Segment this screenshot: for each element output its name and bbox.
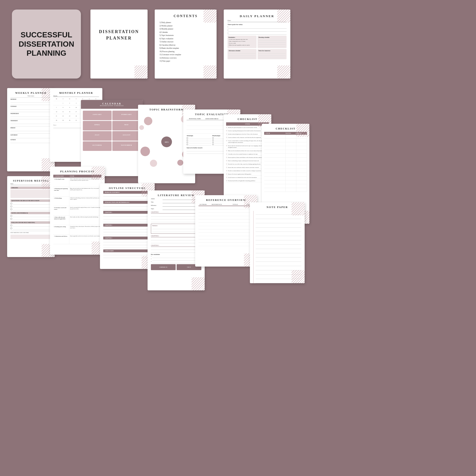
cal-month-oct: OCTOBER xyxy=(83,141,112,151)
notes-line xyxy=(255,254,301,257)
lit-chapter3-lines xyxy=(151,248,201,253)
blank-cell xyxy=(296,154,307,157)
eval-checkbox xyxy=(212,142,214,143)
blank-row xyxy=(264,138,307,142)
blank-cell xyxy=(286,135,296,138)
contents-item: 6) Topic evaluation xyxy=(159,37,212,40)
blank-row xyxy=(264,173,307,177)
blank-cell xyxy=(296,169,307,172)
supervisor-line xyxy=(13,215,51,217)
lit-conclusion-2: 2 xyxy=(151,258,201,261)
plan-item-text: Start by systematically using the librar… xyxy=(69,206,102,215)
contents-item: 10) Process planning xyxy=(159,50,212,53)
afternoon-label: Afternoon schedule xyxy=(228,50,255,51)
contents-item: 3) Monthly planner xyxy=(159,27,212,31)
blank-cell xyxy=(286,146,296,150)
contents-item: 2) Weekly planner xyxy=(159,24,212,28)
day-header: T xyxy=(60,98,67,101)
cal-month-may: MAY xyxy=(112,121,141,130)
outline-section-intro: INTRODUCTION AND METHODOLOGY xyxy=(103,201,151,204)
daily-goal-1: 1 xyxy=(227,26,287,29)
cal-month-jan: JANUARY xyxy=(83,111,112,120)
outline-line xyxy=(103,217,151,220)
blank-cell xyxy=(296,161,307,165)
stripe-decoration xyxy=(135,66,148,79)
brainstorm-bubble xyxy=(144,117,152,125)
plan-row: 6. Drafting and writing Using draft, dra… xyxy=(53,225,102,235)
supervisor-line xyxy=(13,218,51,220)
calendar-title: CALENDAR xyxy=(83,102,140,105)
supervisor-notes-section: NOTES AND FEEDBACK xyxy=(11,212,51,214)
morning-line xyxy=(258,41,286,43)
day-cell: 7 xyxy=(53,106,60,110)
eval-checkbox xyxy=(187,142,188,143)
plan-category: 3. Methodology xyxy=(53,197,69,206)
plan-category: 5. Data collection and analysis (if appl… xyxy=(53,216,69,225)
morning-label: Morning schedule xyxy=(258,37,286,38)
lit-reference-label: Reference: xyxy=(151,205,162,206)
blank-cell xyxy=(264,135,286,138)
daily-reminders-box: Reminders • Get the most important tasks… xyxy=(227,36,256,48)
stripe-decoration xyxy=(277,10,290,23)
stripe-decoration-br xyxy=(277,66,290,79)
lit-conclusion-line xyxy=(152,258,202,261)
reminder-item: • Go for a walk xyxy=(228,42,255,44)
reminder-item: • Make fruit and vegetables ready for sn… xyxy=(228,44,255,46)
lit-topic-label: Topic: xyxy=(151,208,162,209)
blank-cell xyxy=(264,188,286,192)
brainstorm-bubble xyxy=(140,147,150,156)
blank-cell xyxy=(286,177,296,180)
day-cell: 23 xyxy=(67,115,73,118)
plan-category: 6. Drafting and writing xyxy=(53,225,69,235)
outline-line xyxy=(103,240,151,242)
weekly-day-saturday: SATURDAY xyxy=(11,134,51,136)
lit-summary-line xyxy=(152,230,200,232)
brainstorm-bubble xyxy=(177,160,183,166)
lit-chapter1: CHAPTER 1 xyxy=(151,211,201,214)
cal-month-jul: JULY xyxy=(83,131,112,141)
blank-cell xyxy=(286,165,296,169)
day-cell: 3 xyxy=(73,102,80,105)
blank-cell xyxy=(264,180,286,184)
brainstorm-center-label: AREA xyxy=(165,141,169,143)
lit-summary-box: Summary xyxy=(151,224,201,234)
lit-text-line xyxy=(151,220,201,222)
blank-row xyxy=(264,157,307,161)
ref-row xyxy=(199,229,254,233)
blank-cell xyxy=(286,138,296,142)
lit-text-line xyxy=(151,238,201,240)
blank-col-item: ITEM xyxy=(266,133,286,134)
supervisor-questions-section: QUESTIONS OR IDEAS FOR DISCUSSION xyxy=(11,200,51,202)
contents-item: 11) Literature review template xyxy=(159,53,212,56)
weekly-line xyxy=(11,117,51,119)
plan-row: 2. Planning and organizing your time Map… xyxy=(53,187,102,197)
lit-conclusion-3: 3 xyxy=(151,261,201,263)
blank-cell xyxy=(286,180,296,184)
outline-line xyxy=(103,204,151,206)
day-cell: 8 xyxy=(60,106,67,110)
eval-col-topic: POTENTIAL TOPIC xyxy=(187,118,204,120)
notes-line xyxy=(255,228,301,232)
notes-line xyxy=(258,54,286,56)
lit-conclusion-num: 1 xyxy=(151,255,152,257)
stripe-decoration-tr xyxy=(204,10,217,23)
eval-check-item xyxy=(187,143,211,145)
contents-item: 12) Reference overview xyxy=(159,56,212,60)
day-header: T xyxy=(73,98,80,101)
eval-check-line xyxy=(188,137,211,139)
contents-item: 4) Calendar xyxy=(159,31,212,34)
weekly-line xyxy=(11,129,51,131)
outline-section-ch3: CHAPTER 3 xyxy=(103,237,151,239)
plan-row: 3. Methodology Outline the methodology, … xyxy=(53,197,102,206)
planner-title-line1: DISSERTATION xyxy=(99,29,139,34)
weekly-line xyxy=(11,108,51,110)
reminder-item: • Take a long break every 3-5 hours xyxy=(228,40,255,42)
lit-summary-label: Summary xyxy=(152,225,200,226)
outline-line xyxy=(103,233,151,235)
blank-cell xyxy=(264,157,286,161)
stripe-decoration xyxy=(296,124,309,137)
title-card: SUCCESSFUL DISSERTATION PLANNING xyxy=(12,10,81,79)
blank-cell xyxy=(264,177,286,180)
blank-row xyxy=(264,188,307,192)
blank-cell xyxy=(264,184,286,188)
